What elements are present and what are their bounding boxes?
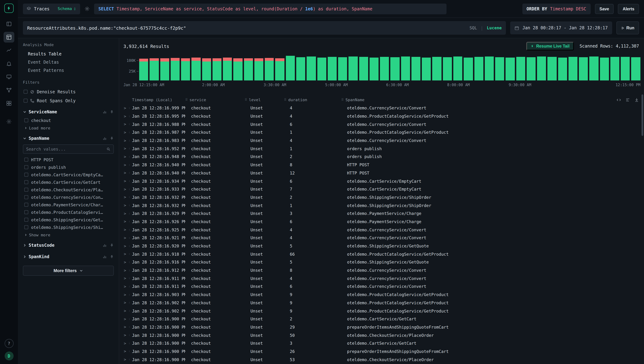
histogram-bar[interactable] — [516, 57, 525, 80]
histogram-bar[interactable] — [600, 58, 609, 80]
filter-toggle-denoise[interactable]: Denoise Results — [23, 87, 114, 96]
download-icon[interactable] — [634, 98, 639, 102]
drag-handle-icon[interactable]: ⠿ — [284, 98, 286, 102]
filter-value-row[interactable]: checkout — [23, 116, 114, 124]
spanname-show-more[interactable]: Show more — [23, 231, 114, 238]
row-expand-icon[interactable]: > — [119, 130, 132, 135]
histogram-bar[interactable] — [181, 58, 190, 80]
table-row[interactable]: >Jan 28 12:28:16.912 PMcheckoutUnset8ote… — [119, 266, 644, 274]
help-button[interactable]: ? — [5, 339, 14, 348]
row-expand-icon[interactable]: > — [119, 236, 132, 240]
row-expand-icon[interactable]: > — [119, 357, 132, 362]
row-expand-icon[interactable]: > — [119, 276, 132, 281]
table-row[interactable]: >Jan 28 12:28:16.920 PMcheckoutUnset5ote… — [119, 242, 644, 250]
checkbox[interactable] — [24, 210, 28, 214]
table-row[interactable]: >Jan 28 12:28:16.929 PMcheckoutUnset3ote… — [119, 210, 644, 218]
histogram-bar[interactable] — [244, 58, 253, 80]
row-expand-icon[interactable]: > — [119, 211, 132, 216]
chart-toggle-icon[interactable] — [103, 255, 107, 259]
row-expand-icon[interactable]: > — [119, 179, 132, 184]
histogram-bar[interactable] — [537, 56, 546, 80]
histogram-bar[interactable] — [307, 56, 316, 80]
spanname-search-field[interactable] — [23, 144, 114, 154]
row-expand-icon[interactable]: > — [119, 333, 132, 338]
row-expand-icon[interactable]: > — [119, 292, 132, 297]
mode-toggle-lucene[interactable]: Lucene — [487, 26, 502, 30]
table-row[interactable]: >Jan 28 12:28:16.902 PMcheckoutUnset9ote… — [119, 307, 644, 315]
filter-group-servicename[interactable]: ServiceName — [23, 107, 114, 116]
row-expand-icon[interactable]: > — [119, 349, 132, 354]
histogram-bar[interactable] — [202, 58, 211, 80]
histogram-bar[interactable] — [233, 58, 243, 80]
histogram-bar[interactable] — [443, 57, 452, 80]
run-button[interactable]: Run — [616, 22, 639, 34]
analysis-mode-item[interactable]: Event Deltas — [23, 58, 114, 66]
histogram-bar[interactable] — [349, 56, 358, 80]
column-header-level[interactable]: ⠿level — [245, 98, 284, 102]
drag-handle-icon[interactable]: ⠿ — [341, 98, 343, 102]
table-row[interactable]: >Jan 28 12:28:16.918 PMcheckoutUnset66ot… — [119, 250, 644, 258]
nav-chart-icon[interactable] — [4, 45, 14, 56]
table-row[interactable]: >Jan 28 12:28:16.932 PMcheckoutUnset1ote… — [119, 202, 644, 210]
pin-icon[interactable] — [110, 110, 114, 114]
column-header-ts[interactable]: Timestamp (Local) — [132, 98, 185, 102]
row-expand-icon[interactable]: > — [119, 187, 132, 192]
row-expand-icon[interactable]: > — [119, 325, 132, 330]
user-avatar[interactable]: D — [5, 352, 14, 360]
histogram-bar[interactable] — [370, 58, 379, 80]
row-expand-icon[interactable]: > — [119, 316, 132, 321]
histogram-bar[interactable] — [359, 57, 368, 80]
nav-sessions-icon[interactable] — [4, 72, 14, 82]
nav-dashboards-icon[interactable] — [4, 98, 14, 109]
histogram-bar[interactable] — [495, 57, 504, 80]
row-expand-icon[interactable]: > — [119, 146, 132, 151]
histogram-bar[interactable] — [192, 58, 201, 80]
table-row[interactable]: >Jan 28 12:28:16.916 PMcheckoutUnset5ote… — [119, 258, 644, 266]
histogram-bar[interactable] — [338, 57, 347, 80]
column-header-span[interactable]: ⠿SpanName — [341, 98, 616, 102]
row-expand-icon[interactable]: > — [119, 203, 132, 208]
table-row[interactable]: >Jan 28 12:28:16.911 PMcheckoutUnset6ote… — [119, 282, 644, 290]
analysis-mode-item[interactable]: Event Patterns — [23, 66, 114, 74]
table-row[interactable]: >Jan 28 12:28:16.934 PMcheckoutUnset6ote… — [119, 177, 644, 185]
pin-icon[interactable] — [110, 136, 114, 140]
row-expand-icon[interactable]: > — [119, 106, 132, 110]
histogram-bar[interactable] — [453, 56, 462, 80]
filter-value-row[interactable]: oteldemo.CheckoutService/Pla… — [23, 186, 114, 194]
histogram-bar[interactable] — [328, 57, 337, 80]
histogram-bar[interactable] — [589, 56, 598, 80]
checkbox[interactable] — [24, 118, 28, 122]
histogram-bar[interactable] — [411, 57, 421, 80]
date-range-picker[interactable]: Jan 28 00:28:17 - Jan 28 12:28:17 — [510, 22, 612, 34]
histogram-bar[interactable] — [380, 57, 389, 80]
filter-group-spankind[interactable]: SpanKind — [23, 252, 114, 262]
chart-toggle-icon[interactable] — [103, 136, 107, 140]
histogram-bar[interactable] — [317, 58, 326, 80]
table-row[interactable]: >Jan 28 12:28:16.921 PMcheckoutUnset4ote… — [119, 234, 644, 242]
checkbox[interactable] — [24, 99, 28, 102]
row-expand-icon[interactable]: > — [119, 244, 132, 248]
pin-icon[interactable] — [110, 255, 114, 259]
table-row[interactable]: >Jan 28 12:28:16.900 PMcheckoutUnset2ote… — [119, 315, 644, 323]
schema-selector[interactable]: Schema — [58, 6, 77, 11]
checkbox[interactable] — [24, 203, 28, 207]
histogram-bar[interactable] — [390, 57, 400, 80]
table-row[interactable]: >Jan 28 12:28:16.940 PMcheckoutUnset8HTT… — [119, 161, 644, 169]
histogram-bar[interactable] — [432, 57, 441, 80]
nav-services-icon[interactable] — [4, 85, 14, 96]
table-row[interactable]: >Jan 28 12:28:16.900 PMcheckoutUnset53ot… — [119, 356, 644, 364]
row-expand-icon[interactable]: > — [119, 252, 132, 256]
histogram-bar[interactable] — [401, 56, 410, 80]
histogram-bar[interactable] — [223, 58, 232, 80]
filter-value-row[interactable]: orders publish — [23, 164, 114, 171]
row-expand-icon[interactable]: > — [119, 341, 132, 346]
spanname-search-input[interactable] — [26, 146, 104, 152]
histogram-bar[interactable] — [296, 57, 305, 80]
row-expand-icon[interactable]: > — [119, 219, 132, 224]
histogram-bar[interactable] — [171, 58, 180, 80]
histogram-bar[interactable] — [139, 59, 148, 80]
table-row[interactable]: >Jan 28 12:28:16.932 PMcheckoutUnset2ote… — [119, 193, 644, 201]
table-row[interactable]: >Jan 28 12:28:16.902 PMcheckoutUnset9ote… — [119, 299, 644, 307]
histogram-bar[interactable] — [213, 58, 222, 80]
column-header-service[interactable]: ⠿service — [185, 98, 245, 102]
